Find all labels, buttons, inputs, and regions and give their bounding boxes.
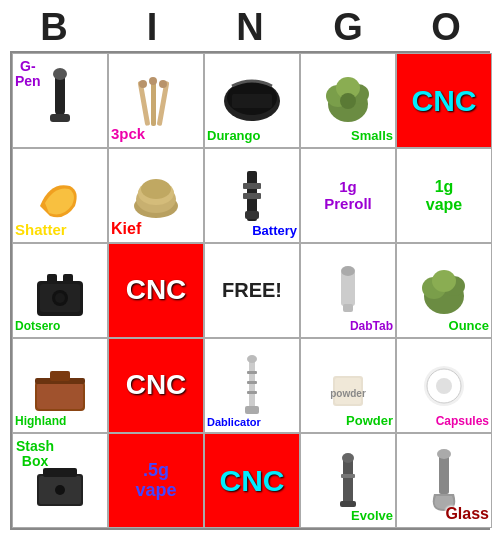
cell-o5-label: Glass bbox=[445, 505, 489, 523]
cell-o1-label: CNC bbox=[412, 84, 477, 117]
cell-i4-label: CNC bbox=[126, 370, 187, 401]
cell-o2-label: 1gvape bbox=[426, 178, 462, 213]
cell-o5[interactable]: Glass bbox=[396, 433, 492, 528]
cell-g3[interactable]: DabTab bbox=[300, 243, 396, 338]
cell-b3[interactable]: Dotsero bbox=[12, 243, 108, 338]
svg-point-32 bbox=[341, 266, 355, 276]
cell-o2[interactable]: 1gvape bbox=[396, 148, 492, 243]
letter-o: O bbox=[401, 6, 491, 49]
cell-o4[interactable]: Capsules bbox=[396, 338, 492, 433]
cell-i3-label: CNC bbox=[126, 275, 187, 306]
cell-g1-label: Smalls bbox=[351, 129, 393, 143]
letter-g: G bbox=[303, 6, 393, 49]
cell-b2[interactable]: Shatter bbox=[12, 148, 108, 243]
cell-n3[interactable]: FREE! bbox=[204, 243, 300, 338]
cell-g4[interactable]: powder Powder bbox=[300, 338, 396, 433]
cell-n3-label: FREE! bbox=[222, 279, 282, 302]
cell-b2-label: Shatter bbox=[15, 222, 67, 239]
cell-o4-label: Capsules bbox=[436, 415, 489, 428]
cell-n4-label: Dablicator bbox=[207, 416, 261, 428]
svg-rect-42 bbox=[249, 359, 255, 413]
svg-point-28 bbox=[55, 293, 65, 303]
cell-g4-label: Powder bbox=[346, 414, 393, 428]
cell-i5-label: .5gvape bbox=[135, 461, 176, 501]
svg-rect-45 bbox=[247, 371, 257, 374]
svg-text:powder: powder bbox=[330, 388, 366, 399]
svg-point-2 bbox=[53, 68, 67, 80]
svg-rect-33 bbox=[343, 304, 353, 312]
cell-i2-label: Kief bbox=[111, 220, 141, 238]
cell-i5[interactable]: .5gvape bbox=[108, 433, 204, 528]
svg-point-8 bbox=[159, 80, 167, 88]
svg-rect-30 bbox=[63, 274, 73, 283]
cell-n5-label: CNC bbox=[220, 464, 285, 497]
cell-b4-label: Highland bbox=[15, 415, 66, 428]
svg-rect-22 bbox=[245, 211, 259, 219]
svg-point-44 bbox=[247, 355, 257, 363]
cell-n1[interactable]: Durango bbox=[204, 53, 300, 148]
svg-rect-29 bbox=[47, 274, 57, 283]
svg-rect-23 bbox=[243, 183, 261, 189]
cell-o3-label: Ounce bbox=[449, 319, 489, 333]
cell-g3-label: DabTab bbox=[350, 320, 393, 333]
svg-rect-46 bbox=[247, 381, 257, 384]
svg-rect-61 bbox=[341, 474, 355, 478]
svg-point-63 bbox=[437, 449, 451, 459]
svg-point-57 bbox=[55, 485, 65, 495]
cell-b4[interactable]: Highland bbox=[12, 338, 108, 433]
cell-n2-label: Battery bbox=[252, 224, 297, 238]
cell-i3[interactable]: CNC bbox=[108, 243, 204, 338]
svg-rect-59 bbox=[340, 501, 356, 507]
cell-i2[interactable]: Kief bbox=[108, 148, 204, 243]
cell-i4[interactable]: CNC bbox=[108, 338, 204, 433]
svg-rect-41 bbox=[50, 371, 70, 381]
cell-g1[interactable]: Smalls bbox=[300, 53, 396, 148]
svg-point-53 bbox=[436, 378, 452, 394]
cell-o3[interactable]: Ounce bbox=[396, 243, 492, 338]
letter-n: N bbox=[205, 6, 295, 49]
svg-rect-24 bbox=[243, 193, 261, 199]
cell-i1[interactable]: 3pck bbox=[108, 53, 204, 148]
svg-point-60 bbox=[342, 453, 354, 463]
svg-rect-47 bbox=[247, 391, 257, 394]
bingo-grid: G-Pen 3pck Durango bbox=[10, 51, 490, 530]
cell-g5-label: Evolve bbox=[351, 509, 393, 523]
svg-point-6 bbox=[139, 80, 147, 88]
svg-point-37 bbox=[432, 270, 456, 292]
cell-b5[interactable]: StashBox bbox=[12, 433, 108, 528]
svg-rect-1 bbox=[50, 114, 70, 122]
cell-n4[interactable]: Dablicator bbox=[204, 338, 300, 433]
svg-rect-11 bbox=[232, 94, 272, 108]
cell-g2[interactable]: 1gPreroll bbox=[300, 148, 396, 243]
svg-rect-39 bbox=[37, 383, 83, 409]
cell-g2-label: 1gPreroll bbox=[324, 179, 372, 212]
svg-point-20 bbox=[141, 179, 171, 199]
letter-i: I bbox=[107, 6, 197, 49]
bingo-header: B I N G O bbox=[5, 0, 495, 51]
svg-point-7 bbox=[149, 77, 157, 85]
cell-n2[interactable]: Battery bbox=[204, 148, 300, 243]
cell-i1-label: 3pck bbox=[111, 126, 145, 143]
svg-rect-43 bbox=[245, 406, 259, 414]
cell-n5[interactable]: CNC bbox=[204, 433, 300, 528]
cell-b3-label: Dotsero bbox=[15, 320, 60, 333]
svg-point-16 bbox=[340, 93, 356, 109]
cell-g5[interactable]: Evolve bbox=[300, 433, 396, 528]
letter-b: B bbox=[9, 6, 99, 49]
cell-n1-label: Durango bbox=[207, 129, 260, 143]
cell-o1[interactable]: CNC bbox=[396, 53, 492, 148]
cell-b1-label: G-Pen bbox=[15, 59, 41, 90]
svg-rect-62 bbox=[439, 454, 449, 494]
cell-b1[interactable]: G-Pen bbox=[12, 53, 108, 148]
svg-rect-4 bbox=[151, 81, 156, 126]
svg-rect-58 bbox=[343, 456, 353, 506]
cell-b5-label: StashBox bbox=[16, 439, 54, 470]
svg-rect-31 bbox=[341, 271, 355, 306]
